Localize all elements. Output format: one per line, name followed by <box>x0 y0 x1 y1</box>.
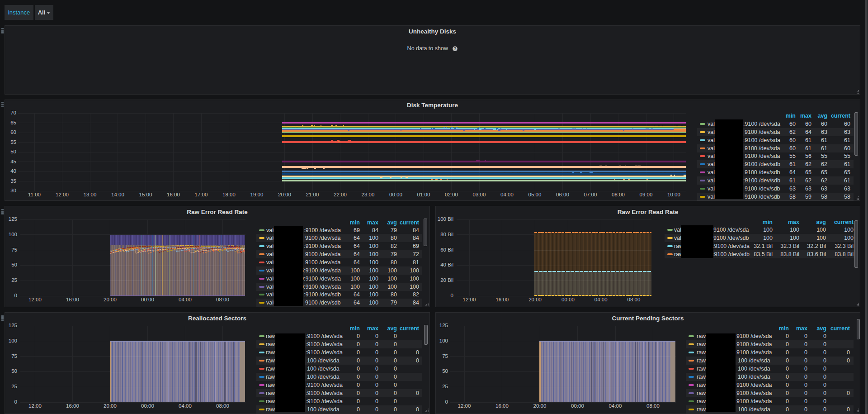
svg-text:?: ? <box>454 46 456 51</box>
